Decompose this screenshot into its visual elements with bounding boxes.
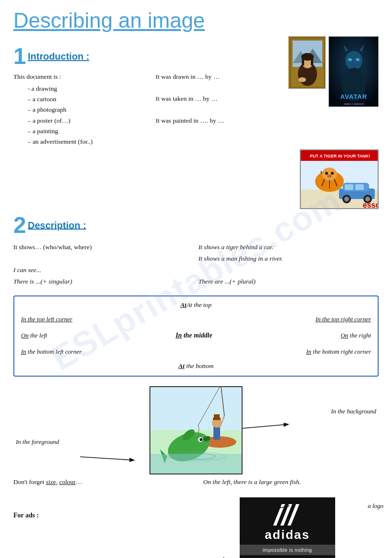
fishing-image	[149, 386, 243, 474]
pos-bottom-left: In the bottom left corner	[21, 348, 82, 356]
intro-right-line3: It was taken in … by …	[156, 94, 288, 105]
desc-right-1: It shows a tiger behind a car.	[199, 242, 379, 253]
adidas-slogan-text: impossible is nothing	[263, 547, 312, 553]
intro-right: It was drawn in … by … It was taken in ……	[146, 72, 288, 147]
section2-number: 2	[13, 214, 26, 237]
svg-rect-58	[214, 414, 220, 419]
pos-top-row: In the top left corner In the top right …	[21, 316, 371, 323]
pos-top-label: AtAt the top	[180, 301, 212, 308]
for-ads-label: For ads :	[13, 512, 196, 519]
top-section: 1 Introduction : This document is : - a …	[13, 36, 379, 147]
adidas-text: adidas	[265, 527, 310, 542]
svg-point-65	[200, 438, 202, 441]
svg-rect-40	[345, 184, 353, 190]
pos-bottom-label: At the bottom	[179, 362, 214, 369]
dont-forget-text: Don't forget size, colour…	[13, 478, 189, 486]
svg-rect-9	[311, 57, 313, 65]
svg-point-16	[356, 58, 360, 61]
svg-point-33	[331, 172, 334, 175]
adidas-box: adidas impossible is nothing	[240, 497, 335, 558]
pos-top-right: In the top right corner	[316, 316, 371, 323]
esso-image: PUT A TIGER IN YOUR TANK!	[300, 149, 379, 209]
pos-top: AtAt the top	[21, 301, 371, 309]
desc-left: It shows… (who/what, where) I can see...…	[13, 242, 194, 288]
document-is-label: This document is :	[13, 72, 146, 83]
svg-point-15	[348, 58, 352, 61]
section2-title: Description :	[28, 220, 86, 230]
position-grid: AtAt the top In the top left corner In t…	[13, 295, 379, 377]
top-images: AVATAR JAMES CAMERON	[288, 36, 379, 107]
section2-header: 2 Description :	[13, 214, 379, 237]
svg-point-32	[325, 172, 328, 175]
background-label: In the background	[331, 408, 376, 415]
svg-point-34	[327, 175, 332, 178]
bullet-list: - a drawing – a cartoon – a photograph –…	[28, 84, 146, 147]
desc-right-4: There are ...(+ plural)	[199, 276, 379, 287]
list-item: – a cartoon	[28, 94, 146, 105]
adidas-slogan-bar: impossible is nothing	[240, 545, 335, 555]
section1-header: 1 Introduction :	[13, 45, 288, 68]
pos-right: On the right	[340, 332, 371, 339]
intro-right-line5: It was painted in …. by …	[156, 116, 288, 126]
section1-number: 1	[13, 45, 26, 68]
desc-right-3	[199, 264, 379, 276]
for-ads-left: For ads : a slogan	[13, 497, 196, 558]
pos-bottom-row: In the bottom left corner In the bottom …	[21, 348, 371, 356]
dont-forget-row: Don't forget size, colour… On the left, …	[13, 478, 379, 486]
fishing-caption: On the left, there is a large green fish…	[203, 478, 379, 486]
svg-rect-52	[150, 387, 243, 430]
intro-right-line2	[156, 83, 288, 94]
svg-text:AVATAR: AVATAR	[340, 93, 367, 100]
svg-text:JAMES CAMERON: JAMES CAMERON	[343, 103, 364, 105]
pos-left: On the left	[21, 332, 47, 339]
desc-right: It shows a tiger behind a car. It shows …	[194, 242, 379, 288]
logo-label: a logo	[368, 502, 383, 510]
svg-text:PUT A TIGER IN YOUR TANK!: PUT A TIGER IN YOUR TANK!	[310, 154, 370, 158]
intro-right-line1: It was drawn in … by …	[156, 72, 288, 83]
svg-rect-8	[302, 57, 304, 65]
svg-line-49	[80, 457, 134, 460]
pos-top-left: In the top left corner	[21, 316, 73, 323]
desc-content: It shows… (who/what, where) I can see...…	[13, 242, 379, 288]
svg-rect-67	[150, 454, 243, 474]
top-left: 1 Introduction : This document is : - a …	[13, 36, 288, 147]
list-item: - a drawing	[28, 84, 146, 94]
svg-point-43	[344, 197, 349, 201]
svg-point-14	[345, 51, 362, 70]
avatar-image: AVATAR JAMES CAMERON	[328, 36, 379, 107]
list-item: – an advertisement (for..)	[28, 137, 146, 147]
svg-rect-41	[355, 184, 364, 190]
intro-right-line4	[156, 105, 288, 116]
list-item: – a painting	[28, 126, 146, 137]
list-item: – a poster (of…)	[28, 116, 146, 126]
pos-middle: In the middle	[47, 332, 341, 339]
page-title: Describing an image	[13, 9, 205, 32]
svg-text:esso: esso	[363, 201, 379, 209]
fishing-wrapper: In the foreground	[13, 386, 379, 474]
pos-middle-row: On the left In the middle On the right	[21, 332, 371, 339]
intro-content: This document is : - a drawing – a carto…	[13, 72, 288, 147]
list-item: – a photograph	[28, 105, 146, 115]
adidas-stripes-svg	[271, 504, 304, 526]
size-label: size	[46, 478, 56, 485]
pos-bottom-right: In the bottom right corner	[306, 348, 371, 356]
pos-bottom: At the bottom	[21, 362, 371, 370]
desc-left-2	[13, 253, 194, 264]
desc-left-1: It shows… (who/what, where)	[13, 242, 194, 253]
desc-left-4: There is ...(+ singular)	[13, 276, 194, 287]
foreground-label: In the foreground	[16, 438, 59, 446]
for-ads-section: For ads : a slogan a logo adidas impossi…	[13, 497, 379, 558]
mona-lisa-image	[288, 36, 326, 107]
svg-point-10	[298, 77, 306, 82]
desc-right-2: It shows a man fishing in a river.	[199, 253, 379, 264]
intro-left: This document is : - a drawing – a carto…	[13, 72, 146, 147]
adidas-wrapper: a logo adidas impossible is nothing	[196, 497, 379, 558]
colour-label: colour	[59, 478, 76, 485]
esso-image-wrapper: PUT A TIGER IN YOUR TANK!	[13, 149, 379, 209]
section1-title: Introduction :	[28, 51, 89, 62]
desc-left-3: I can see...	[13, 264, 194, 276]
